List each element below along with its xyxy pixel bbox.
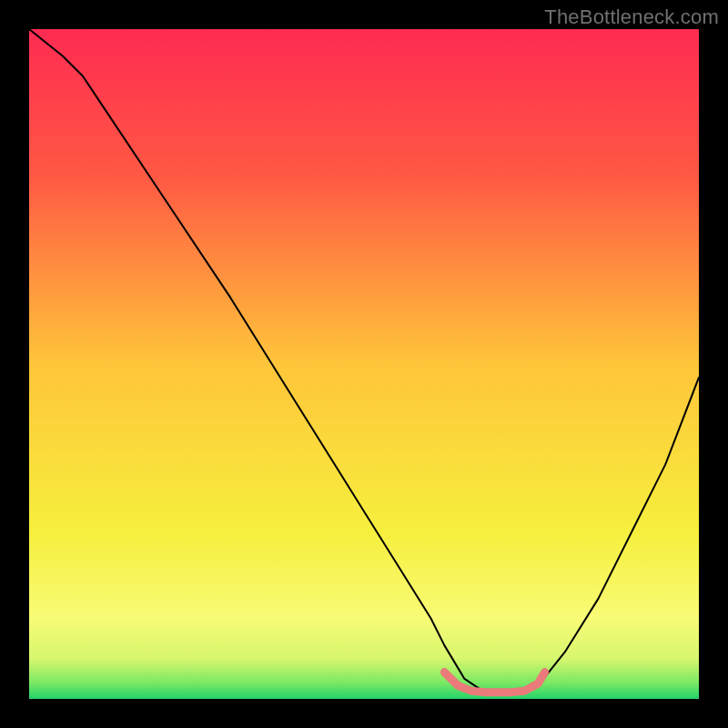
chart-frame: TheBottleneck.com <box>0 0 728 728</box>
watermark-text: TheBottleneck.com <box>544 5 719 29</box>
chart-svg <box>29 29 699 699</box>
plot-area <box>29 29 699 699</box>
